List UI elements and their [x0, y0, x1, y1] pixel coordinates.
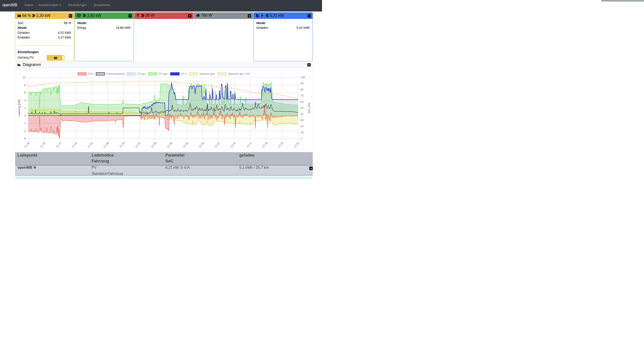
svg-text:30: 30: [300, 119, 304, 122]
svg-text:13:25: 13:25: [277, 141, 284, 149]
svg-text:100: 100: [300, 76, 305, 79]
svg-text:60: 60: [300, 100, 304, 104]
svg-text:-6: -6: [23, 137, 26, 140]
svg-text:11:33: 11:33: [24, 141, 30, 148]
svg-text:6: 6: [24, 91, 26, 94]
svg-text:12:01: 12:01: [87, 141, 94, 149]
svg-text:0: 0: [24, 114, 26, 117]
svg-text:13:11: 13:11: [246, 141, 252, 148]
svg-text:12:43: 12:43: [182, 141, 189, 149]
svg-text:80: 80: [300, 88, 304, 91]
svg-text:8: 8: [24, 84, 26, 87]
svg-text:10: 10: [23, 76, 26, 79]
svg-text:50: 50: [300, 106, 304, 110]
svg-text:0: 0: [300, 137, 302, 140]
svg-text:Leistung [kW]: Leistung [kW]: [18, 99, 21, 116]
svg-text:-4: -4: [23, 129, 26, 133]
svg-text:11:47: 11:47: [55, 141, 62, 148]
svg-text:12:15: 12:15: [118, 141, 125, 149]
svg-text:12:08: 12:08: [102, 141, 110, 149]
svg-text:70: 70: [300, 94, 304, 97]
svg-text:20: 20: [300, 125, 304, 128]
svg-text:12:22: 12:22: [134, 141, 142, 149]
svg-text:4: 4: [24, 99, 26, 102]
svg-text:13:04: 13:04: [230, 141, 236, 149]
svg-text:11:54: 11:54: [71, 141, 78, 148]
svg-text:13:18: 13:18: [261, 141, 268, 149]
svg-text:12:57: 12:57: [214, 141, 221, 149]
svg-text:40: 40: [300, 113, 304, 116]
svg-text:10: 10: [300, 131, 304, 134]
svg-text:13:32: 13:32: [293, 141, 300, 149]
svg-text:12:29: 12:29: [150, 141, 157, 149]
svg-text:11:40: 11:40: [39, 141, 46, 148]
svg-text:90: 90: [300, 82, 304, 85]
svg-text:12:50: 12:50: [198, 141, 205, 149]
svg-text:2: 2: [24, 106, 26, 110]
svg-text:-2: -2: [23, 122, 26, 125]
svg-text:12:36: 12:36: [166, 141, 173, 149]
svg-text:SoC [%]: SoC [%]: [308, 103, 311, 113]
